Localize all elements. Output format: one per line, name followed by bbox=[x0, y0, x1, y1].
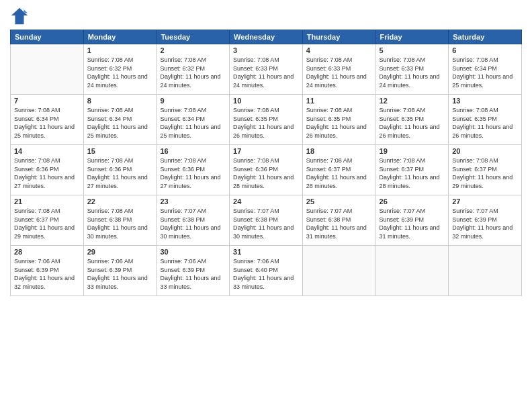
calendar-cell: 11Sunrise: 7:08 AM Sunset: 6:35 PM Dayli… bbox=[302, 95, 375, 145]
svg-marker-0 bbox=[11, 8, 28, 24]
calendar-cell: 12Sunrise: 7:08 AM Sunset: 6:35 PM Dayli… bbox=[375, 95, 449, 145]
calendar-cell: 4Sunrise: 7:08 AM Sunset: 6:33 PM Daylig… bbox=[302, 44, 375, 95]
logo bbox=[10, 7, 32, 26]
day-detail: Sunrise: 7:08 AM Sunset: 6:33 PM Dayligh… bbox=[233, 56, 299, 89]
day-number: 7 bbox=[14, 97, 80, 105]
day-detail: Sunrise: 7:08 AM Sunset: 6:37 PM Dayligh… bbox=[306, 156, 372, 190]
day-detail: Sunrise: 7:08 AM Sunset: 6:35 PM Dayligh… bbox=[233, 106, 299, 140]
day-number: 5 bbox=[380, 46, 445, 54]
header bbox=[10, 7, 522, 26]
day-number: 21 bbox=[14, 197, 80, 205]
calendar-week-5: 28Sunrise: 7:06 AM Sunset: 6:39 PM Dayli… bbox=[11, 246, 522, 296]
day-detail: Sunrise: 7:08 AM Sunset: 6:32 PM Dayligh… bbox=[160, 56, 226, 89]
day-number: 30 bbox=[160, 248, 226, 256]
calendar-cell: 17Sunrise: 7:08 AM Sunset: 6:36 PM Dayli… bbox=[230, 145, 303, 195]
day-number: 10 bbox=[233, 97, 299, 105]
day-detail: Sunrise: 7:08 AM Sunset: 6:37 PM Dayligh… bbox=[14, 207, 80, 240]
day-detail: Sunrise: 7:07 AM Sunset: 6:39 PM Dayligh… bbox=[452, 207, 518, 240]
calendar-cell: 26Sunrise: 7:07 AM Sunset: 6:39 PM Dayli… bbox=[375, 195, 449, 246]
day-number: 3 bbox=[233, 46, 299, 54]
day-number: 6 bbox=[452, 46, 518, 54]
day-number: 27 bbox=[452, 197, 518, 205]
calendar-week-2: 7Sunrise: 7:08 AM Sunset: 6:34 PM Daylig… bbox=[11, 95, 522, 145]
calendar-cell: 15Sunrise: 7:08 AM Sunset: 6:36 PM Dayli… bbox=[83, 145, 157, 195]
calendar-cell: 30Sunrise: 7:06 AM Sunset: 6:39 PM Dayli… bbox=[157, 246, 230, 296]
day-detail: Sunrise: 7:08 AM Sunset: 6:34 PM Dayligh… bbox=[160, 106, 226, 140]
calendar-header-wednesday: Wednesday bbox=[230, 30, 303, 44]
day-detail: Sunrise: 7:06 AM Sunset: 6:40 PM Dayligh… bbox=[233, 257, 299, 291]
calendar-cell: 5Sunrise: 7:08 AM Sunset: 6:33 PM Daylig… bbox=[375, 44, 449, 95]
calendar-header-monday: Monday bbox=[83, 30, 157, 44]
calendar-cell: 23Sunrise: 7:07 AM Sunset: 6:38 PM Dayli… bbox=[157, 195, 230, 246]
day-detail: Sunrise: 7:08 AM Sunset: 6:37 PM Dayligh… bbox=[452, 156, 518, 190]
calendar-cell: 31Sunrise: 7:06 AM Sunset: 6:40 PM Dayli… bbox=[230, 246, 303, 296]
calendar-cell bbox=[375, 246, 449, 296]
day-detail: Sunrise: 7:07 AM Sunset: 6:39 PM Dayligh… bbox=[380, 207, 445, 240]
day-detail: Sunrise: 7:08 AM Sunset: 6:36 PM Dayligh… bbox=[160, 156, 226, 190]
day-number: 1 bbox=[87, 46, 153, 54]
day-detail: Sunrise: 7:06 AM Sunset: 6:39 PM Dayligh… bbox=[14, 257, 80, 291]
calendar-week-4: 21Sunrise: 7:08 AM Sunset: 6:37 PM Dayli… bbox=[11, 195, 522, 246]
calendar-cell: 9Sunrise: 7:08 AM Sunset: 6:34 PM Daylig… bbox=[157, 95, 230, 145]
calendar-cell bbox=[302, 246, 375, 296]
day-number: 9 bbox=[160, 97, 226, 105]
calendar-cell: 19Sunrise: 7:08 AM Sunset: 6:37 PM Dayli… bbox=[375, 145, 449, 195]
day-number: 16 bbox=[160, 147, 226, 155]
day-detail: Sunrise: 7:08 AM Sunset: 6:38 PM Dayligh… bbox=[87, 207, 153, 240]
day-detail: Sunrise: 7:08 AM Sunset: 6:32 PM Dayligh… bbox=[87, 56, 153, 89]
calendar-cell: 27Sunrise: 7:07 AM Sunset: 6:39 PM Dayli… bbox=[449, 195, 522, 246]
calendar-cell: 3Sunrise: 7:08 AM Sunset: 6:33 PM Daylig… bbox=[230, 44, 303, 95]
calendar-header-tuesday: Tuesday bbox=[157, 30, 230, 44]
calendar-cell: 10Sunrise: 7:08 AM Sunset: 6:35 PM Dayli… bbox=[230, 95, 303, 145]
calendar-cell: 21Sunrise: 7:08 AM Sunset: 6:37 PM Dayli… bbox=[11, 195, 84, 246]
calendar-cell: 13Sunrise: 7:08 AM Sunset: 6:35 PM Dayli… bbox=[449, 95, 522, 145]
calendar-header-friday: Friday bbox=[375, 30, 449, 44]
calendar-cell: 7Sunrise: 7:08 AM Sunset: 6:34 PM Daylig… bbox=[11, 95, 84, 145]
day-detail: Sunrise: 7:08 AM Sunset: 6:36 PM Dayligh… bbox=[14, 156, 80, 190]
day-number: 24 bbox=[233, 197, 299, 205]
day-number: 13 bbox=[452, 97, 518, 105]
calendar-cell bbox=[11, 44, 84, 95]
calendar-cell: 20Sunrise: 7:08 AM Sunset: 6:37 PM Dayli… bbox=[449, 145, 522, 195]
day-number: 8 bbox=[87, 97, 153, 105]
day-detail: Sunrise: 7:07 AM Sunset: 6:38 PM Dayligh… bbox=[160, 207, 226, 240]
calendar-cell bbox=[449, 246, 522, 296]
calendar-header-sunday: Sunday bbox=[11, 30, 84, 44]
day-detail: Sunrise: 7:08 AM Sunset: 6:35 PM Dayligh… bbox=[306, 106, 372, 140]
day-detail: Sunrise: 7:08 AM Sunset: 6:36 PM Dayligh… bbox=[233, 156, 299, 190]
calendar-table: SundayMondayTuesdayWednesdayThursdayFrid… bbox=[10, 30, 522, 296]
day-detail: Sunrise: 7:07 AM Sunset: 6:38 PM Dayligh… bbox=[233, 207, 299, 240]
day-detail: Sunrise: 7:08 AM Sunset: 6:35 PM Dayligh… bbox=[380, 106, 445, 140]
calendar-cell: 16Sunrise: 7:08 AM Sunset: 6:36 PM Dayli… bbox=[157, 145, 230, 195]
day-detail: Sunrise: 7:07 AM Sunset: 6:38 PM Dayligh… bbox=[306, 207, 372, 240]
day-detail: Sunrise: 7:08 AM Sunset: 6:34 PM Dayligh… bbox=[87, 106, 153, 140]
day-number: 28 bbox=[14, 248, 80, 256]
day-number: 15 bbox=[87, 147, 153, 155]
calendar-header-row: SundayMondayTuesdayWednesdayThursdayFrid… bbox=[11, 30, 522, 44]
day-detail: Sunrise: 7:08 AM Sunset: 6:35 PM Dayligh… bbox=[452, 106, 518, 140]
calendar-cell: 18Sunrise: 7:08 AM Sunset: 6:37 PM Dayli… bbox=[302, 145, 375, 195]
calendar-cell: 24Sunrise: 7:07 AM Sunset: 6:38 PM Dayli… bbox=[230, 195, 303, 246]
calendar-cell: 2Sunrise: 7:08 AM Sunset: 6:32 PM Daylig… bbox=[157, 44, 230, 95]
day-number: 2 bbox=[160, 46, 226, 54]
calendar-cell: 6Sunrise: 7:08 AM Sunset: 6:34 PM Daylig… bbox=[449, 44, 522, 95]
calendar-cell: 29Sunrise: 7:06 AM Sunset: 6:39 PM Dayli… bbox=[83, 246, 157, 296]
calendar-cell: 1Sunrise: 7:08 AM Sunset: 6:32 PM Daylig… bbox=[83, 44, 157, 95]
day-number: 12 bbox=[380, 97, 445, 105]
page: SundayMondayTuesdayWednesdayThursdayFrid… bbox=[0, 0, 532, 411]
day-number: 14 bbox=[14, 147, 80, 155]
day-number: 20 bbox=[452, 147, 518, 155]
day-detail: Sunrise: 7:06 AM Sunset: 6:39 PM Dayligh… bbox=[160, 257, 226, 291]
day-detail: Sunrise: 7:06 AM Sunset: 6:39 PM Dayligh… bbox=[87, 257, 153, 291]
calendar-cell: 8Sunrise: 7:08 AM Sunset: 6:34 PM Daylig… bbox=[83, 95, 157, 145]
day-detail: Sunrise: 7:08 AM Sunset: 6:33 PM Dayligh… bbox=[306, 56, 372, 89]
day-number: 18 bbox=[306, 147, 372, 155]
calendar-week-3: 14Sunrise: 7:08 AM Sunset: 6:36 PM Dayli… bbox=[11, 145, 522, 195]
day-number: 22 bbox=[87, 197, 153, 205]
day-number: 4 bbox=[306, 46, 372, 54]
day-detail: Sunrise: 7:08 AM Sunset: 6:34 PM Dayligh… bbox=[452, 56, 518, 89]
day-number: 26 bbox=[380, 197, 445, 205]
day-detail: Sunrise: 7:08 AM Sunset: 6:36 PM Dayligh… bbox=[87, 156, 153, 190]
day-number: 29 bbox=[87, 248, 153, 256]
day-number: 17 bbox=[233, 147, 299, 155]
